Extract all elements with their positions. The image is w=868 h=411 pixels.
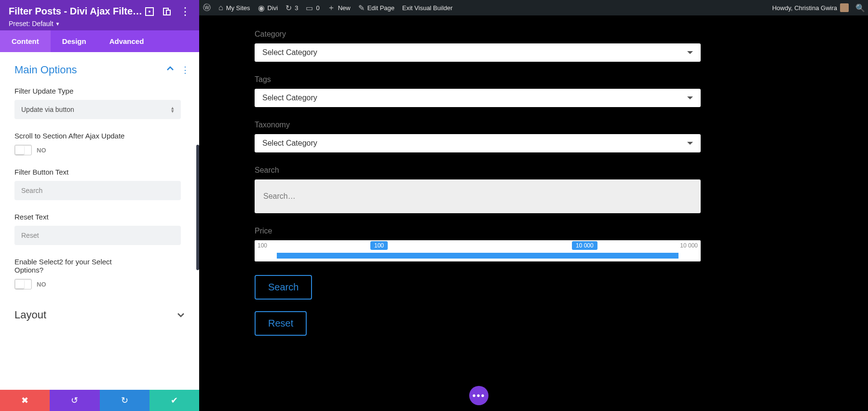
comment-icon: ▭ [306,3,313,13]
price-range-bar [277,253,678,259]
redo-icon: ↻ [121,395,128,406]
section-more-icon[interactable]: ⋮ [181,65,190,75]
enable-select2-value: NO [37,281,46,288]
tab-advanced[interactable]: Advanced [98,30,156,52]
new-label: New [338,4,351,12]
toggle-knob [15,146,24,154]
wp-logo[interactable]: ⓦ [199,0,215,15]
howdy-link[interactable]: Howdy, Christina Gwira [768,0,853,15]
tags-select[interactable]: Select Category [255,89,701,107]
chevron-down-icon [687,51,693,54]
section-main-options-title: Main Options [14,64,77,76]
module-title: Filter Posts - Divi Ajax Filter… [9,6,144,17]
search-button[interactable]: Search [255,275,312,300]
exit-visual-builder-link[interactable]: Exit Visual Builder [398,0,457,15]
more-icon[interactable]: ⋮ [180,6,190,17]
undo-button[interactable]: ↺ [50,390,99,411]
section-layout-title: Layout [14,309,46,321]
tags-label: Tags [255,75,839,84]
plus-icon: ＋ [327,3,335,13]
search-icon: 🔍 [855,3,865,13]
module-settings-sidebar: Filter Posts - Divi Ajax Filter… ⋮ Prese… [0,0,199,411]
section-main-options-head[interactable]: Main Options ⋮ [14,64,190,76]
price-min: 100 [258,242,267,249]
scroll-after-ajax-label: Scroll to Section After Ajax Update [14,132,130,140]
search-block: Search Search… [255,166,839,213]
save-button[interactable]: ✔ [149,390,199,411]
svg-point-1 [149,11,150,13]
select-arrows-icon: ▴▾ [171,106,174,112]
my-sites-link[interactable]: ⌂My Sites [215,0,254,15]
price-max: 10 000 [680,242,698,249]
enable-select2-toggle[interactable]: NO [14,279,190,289]
price-handle-low[interactable]: 100 [370,241,388,250]
taxonomy-label: Taxonomy [255,121,839,129]
price-handle-high[interactable]: 10 000 [572,241,597,250]
refresh-icon: ↻ [285,3,292,13]
ellipsis-icon: ••• [472,390,485,401]
builder-fab[interactable]: ••• [469,386,488,405]
filter-update-type-select[interactable]: Update via button ▴▾ [14,100,181,119]
category-select[interactable]: Select Category [255,43,701,62]
field-filter-button-text: Filter Button Text [14,168,190,200]
new-link[interactable]: ＋New [324,0,354,15]
avatar [840,3,849,12]
price-slider[interactable]: 100 10 000 100 10 000 [255,240,701,261]
field-reset-text: Reset Text [14,213,190,245]
field-filter-update-type: Filter Update Type Update via button ▴▾ [14,87,190,119]
admin-search-button[interactable]: 🔍 [853,0,868,15]
comments-link[interactable]: ▭0 [302,0,323,15]
home-icon: ⌂ [218,3,223,12]
close-icon: ✖ [21,395,28,406]
expand-icon[interactable] [145,7,154,16]
sidebar-body[interactable]: Main Options ⋮ Filter Update Type Update… [0,52,199,390]
wp-admin-bar: ⓦ ⌂My Sites ◉Divi ↻3 ▭0 ＋New ✎Edit Page … [199,0,868,15]
tags-value: Select Category [262,94,317,102]
updates-link[interactable]: ↻3 [282,0,302,15]
preset-label: Preset: Default [9,20,54,27]
toggle-knob [15,280,24,288]
sidebar-header: Filter Posts - Divi Ajax Filter… ⋮ Prese… [0,0,199,30]
svg-rect-3 [166,10,170,15]
responsive-icon[interactable] [163,7,171,16]
toggle-track [14,145,32,155]
site-link[interactable]: ◉Divi [254,0,282,15]
my-sites-label: My Sites [226,4,250,12]
filter-button-text-label: Filter Button Text [14,168,190,176]
howdy-text: Howdy, Christina Gwira [772,4,837,12]
category-block: Category Select Category [255,30,839,62]
scroll-after-ajax-toggle[interactable]: NO [14,145,190,155]
edit-page-label: Edit Page [367,4,394,12]
search-input[interactable]: Search… [255,179,701,213]
taxonomy-select[interactable]: Select Category [255,134,701,152]
reset-text-input[interactable] [14,226,181,245]
search-label: Search [255,166,839,175]
redo-button[interactable]: ↻ [100,390,149,411]
chevron-down-icon: ▼ [55,21,60,27]
undo-icon: ↺ [71,395,78,406]
dashboard-icon: ◉ [258,3,265,13]
comments-count: 0 [316,4,319,12]
tab-content[interactable]: Content [0,30,51,52]
section-layout-head[interactable]: Layout [14,309,190,321]
toggle-track [14,279,32,289]
edit-page-link[interactable]: ✎Edit Page [354,0,398,15]
chevron-up-icon[interactable] [166,65,174,75]
wordpress-icon: ⓦ [203,3,211,13]
price-block: Price 100 10 000 100 10 000 [255,227,839,261]
field-enable-select2: Enable Select2 for your Select Options? … [14,258,190,289]
taxonomy-block: Taxonomy Select Category [255,121,839,152]
filter-update-type-value: Update via button [21,106,74,113]
field-scroll-after-ajax: Scroll to Section After Ajax Update NO [14,132,190,155]
enable-select2-label: Enable Select2 for your Select Options? [14,258,140,274]
tab-design[interactable]: Design [51,30,98,52]
cancel-button[interactable]: ✖ [0,390,50,411]
filter-button-text-input[interactable] [14,181,181,200]
filter-update-type-label: Filter Update Type [14,87,190,95]
reset-button[interactable]: Reset [255,311,307,336]
updates-count: 3 [295,4,298,12]
exit-vb-label: Exit Visual Builder [402,4,453,12]
preset-selector[interactable]: Preset: Default▼ [9,20,190,27]
taxonomy-value: Select Category [262,139,317,148]
wp-admin-bar-left: ⓦ ⌂My Sites ◉Divi ↻3 ▭0 ＋New ✎Edit Page … [199,0,457,15]
